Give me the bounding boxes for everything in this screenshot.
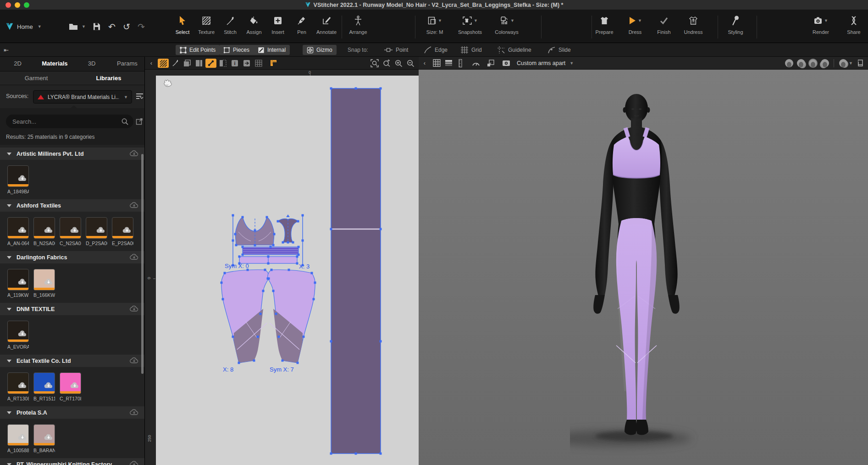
home-menu[interactable]: Home ▼	[6, 10, 42, 43]
subtab-libraries[interactable]: Libraries	[72, 71, 145, 85]
fabric-view-icon[interactable]	[158, 59, 169, 68]
tool-size-m[interactable]: ▼Size: M	[420, 14, 449, 41]
fold-piece-icon[interactable]	[194, 59, 205, 68]
environment-layers-icon[interactable]	[442, 59, 454, 68]
pattern-canvas[interactable]: Sym X: 0 X: 3 X: 8 Sym X: 7	[156, 76, 419, 465]
tool-prepare[interactable]: Prepare	[590, 14, 619, 41]
category-header[interactable]: PT. Winnersumbiri Knitting Factory	[0, 458, 145, 465]
avatar-bun-icon[interactable]	[807, 59, 819, 68]
pose-dropdown[interactable]: Custom arms apart ▼	[517, 60, 574, 66]
ruler-toggle-icon[interactable]	[268, 59, 279, 68]
material-thumbnail[interactable]	[7, 372, 29, 394]
tool-label: Assign	[246, 29, 261, 35]
tab-materials[interactable]: Materials	[35, 57, 74, 71]
collapse-left-icon[interactable]: ⇤	[4, 43, 9, 57]
edit-points-button[interactable]: Edit Points	[176, 45, 220, 55]
tab-params[interactable]: Params	[110, 57, 145, 71]
pattern-piece-strip[interactable]	[331, 88, 381, 454]
category-header[interactable]: Ashford Textiles	[0, 199, 145, 212]
pattern-piece-legging-left[interactable]	[221, 270, 269, 363]
material-thumbnail[interactable]	[33, 424, 55, 446]
tool-snapshots[interactable]: ▼Snapshots	[455, 14, 485, 41]
category-header[interactable]: Artistic Milliners Pvt. Ltd	[0, 148, 145, 160]
material-thumbnail[interactable]	[33, 372, 55, 394]
collapse-panel-icon[interactable]: ‹	[146, 59, 157, 68]
search-box[interactable]	[6, 115, 133, 128]
tension-map-icon[interactable]	[470, 59, 482, 68]
tab-3d[interactable]: 3D	[74, 57, 110, 71]
material-label: A_EVORA	[7, 344, 29, 350]
category-header[interactable]: Eclat Textile Co. Ltd	[0, 355, 145, 367]
snap-option-point[interactable]: Point	[384, 43, 408, 57]
grid-toggle-icon[interactable]	[253, 59, 264, 68]
redo-button[interactable]: ↷	[138, 10, 145, 43]
tool-annotate[interactable]: Annotate	[312, 14, 341, 41]
maximize-view-icon[interactable]	[855, 59, 867, 68]
tool-render[interactable]: ▼Render	[806, 14, 835, 41]
search-input[interactable]	[12, 118, 121, 125]
grid-floor-icon[interactable]	[431, 59, 442, 68]
pieces-button[interactable]: Pieces	[219, 45, 254, 55]
gizmo-button[interactable]: Gizmo	[303, 45, 337, 55]
material-thumbnail[interactable]	[60, 217, 81, 239]
save-button[interactable]	[93, 10, 100, 43]
avatar-ponytail-icon[interactable]	[795, 59, 807, 68]
snapshot-camera-icon[interactable]	[500, 59, 512, 68]
category-header[interactable]: Darlington Fabrics	[0, 251, 145, 263]
subtab-garment[interactable]: Garment	[0, 71, 72, 85]
stitch-view-icon[interactable]	[170, 59, 181, 68]
material-thumbnail[interactable]	[7, 217, 29, 239]
category-header[interactable]: DNM TEXTILE	[0, 303, 145, 315]
viewport-3d[interactable]	[419, 70, 868, 465]
undo-button[interactable]: ↶	[108, 10, 116, 43]
pattern-piece-bra-back[interactable]	[278, 214, 298, 242]
tool-dress[interactable]: ▼Dress	[620, 14, 650, 41]
category-header[interactable]: Protela S.A	[0, 406, 145, 419]
avatar-sidehair-icon[interactable]	[819, 59, 831, 68]
tool-styling[interactable]: Styling	[721, 14, 750, 41]
material-thumbnail[interactable]	[86, 217, 107, 239]
history-button[interactable]: ↺	[123, 10, 130, 43]
zoom-out-icon[interactable]	[405, 59, 416, 68]
snap-option-grid[interactable]: Grid	[461, 43, 482, 57]
material-thumbnail[interactable]	[7, 321, 29, 342]
collapse-panel-icon[interactable]: ‹	[419, 59, 431, 68]
info-icon[interactable]: i	[229, 59, 240, 68]
sidebar-scrollbar[interactable]	[141, 154, 144, 374]
zoom-fit-icon[interactable]	[381, 59, 392, 68]
internal-button[interactable]: Internal	[254, 45, 290, 55]
tool-colorways[interactable]: ▼Colorways	[492, 14, 521, 41]
seam-link-icon[interactable]	[205, 59, 216, 68]
half-symmetry-icon[interactable]	[217, 59, 228, 68]
scale-avatar-icon[interactable]	[485, 59, 497, 68]
tool-undress[interactable]: Undress	[679, 14, 708, 41]
measure-ruler-icon[interactable]	[454, 59, 466, 68]
avatar-bald-icon[interactable]	[783, 59, 795, 68]
pattern-piece-legging-right[interactable]	[268, 270, 315, 363]
duplicate-piece-icon[interactable]	[182, 59, 193, 68]
zoom-selection-icon[interactable]	[369, 59, 380, 68]
tool-finish[interactable]: Finish	[649, 14, 679, 41]
open-file-button[interactable]: ▼	[69, 10, 86, 43]
lycra-logo-icon	[37, 94, 44, 100]
open-external-icon[interactable]	[136, 118, 143, 125]
tool-arrange[interactable]: Arrange	[343, 14, 373, 41]
material-thumbnail[interactable]	[7, 165, 29, 187]
source-list-options-icon[interactable]	[136, 93, 144, 100]
material-thumbnail[interactable]	[33, 269, 55, 290]
zoom-in-icon[interactable]	[393, 59, 404, 68]
flow-direction-icon[interactable]	[241, 59, 252, 68]
tab-2d[interactable]: 2D	[0, 57, 35, 71]
material-thumbnail[interactable]	[60, 372, 81, 394]
source-dropdown[interactable]: LYCRA® Brand Materials Li... ▼	[33, 90, 132, 104]
material-thumbnail[interactable]	[112, 217, 133, 239]
material-thumbnail[interactable]	[7, 269, 29, 290]
snap-option-guideline[interactable]: Guideline	[498, 43, 531, 57]
snap-option-edge[interactable]: Edge	[424, 43, 448, 57]
pattern-piece-band-elastic[interactable]	[243, 247, 299, 255]
avatar-hair-dropdown[interactable]: ▼	[837, 59, 855, 68]
tool-share[interactable]: Share	[839, 14, 868, 41]
material-thumbnail[interactable]	[33, 217, 55, 239]
material-thumbnail[interactable]	[7, 424, 29, 446]
snap-option-slide[interactable]: Slide	[548, 43, 571, 57]
